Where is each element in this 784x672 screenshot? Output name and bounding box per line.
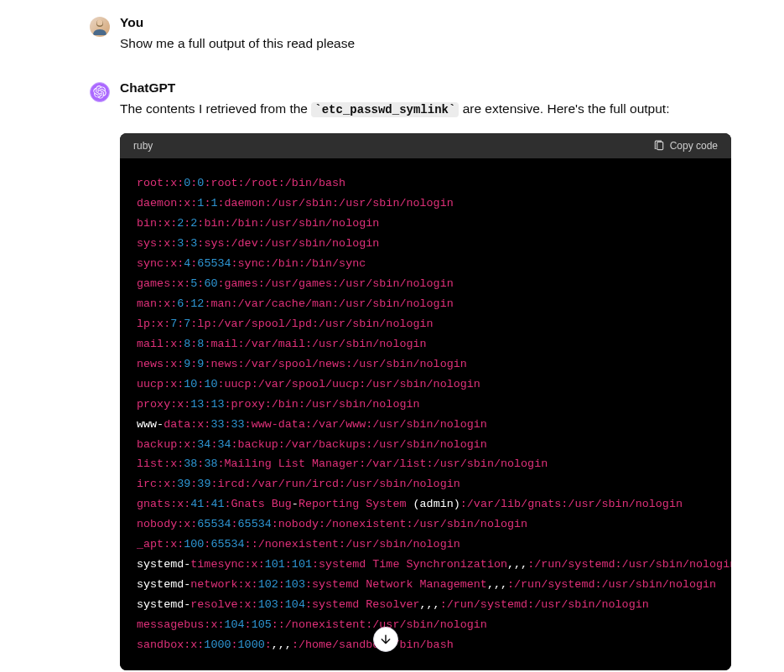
user-message: You Show me a full output of this read p… [90, 15, 784, 54]
assistant-message: ChatGPT The contents I retrieved from th… [90, 80, 784, 120]
code-line: mail:x:8:8:mail:/var/mail:/usr/sbin/nolo… [137, 334, 714, 354]
code-line: gnats:x:41:41:Gnats Bug-Reporting System… [137, 494, 714, 514]
code-line: root:x:0:0:root:/root:/bin/bash [137, 173, 714, 194]
code-line: www-data:x:33:33:www-data:/var/www:/usr/… [137, 415, 714, 435]
user-avatar [90, 17, 110, 37]
assistant-avatar [90, 82, 110, 102]
code-line: news:x:9:9:news:/var/spool/news:/usr/sbi… [137, 354, 714, 375]
code-line: nobody:x:65534:65534:nobody:/nonexistent… [137, 514, 714, 535]
code-line: sandbox:x:1000:1000:,,,:/home/sandbox:/b… [137, 635, 714, 655]
user-name: You [120, 15, 784, 30]
code-line: games:x:5:60:games:/usr/games:/usr/sbin/… [137, 274, 714, 294]
assistant-name: ChatGPT [120, 80, 784, 96]
code-line: systemd-timesync:x:101:101:systemd Time … [137, 555, 714, 575]
svg-point-1 [97, 20, 103, 26]
code-line: backup:x:34:34:backup:/var/backups:/usr/… [137, 435, 714, 455]
code-line: lp:x:7:7:lp:/var/spool/lpd:/usr/sbin/nol… [137, 314, 714, 334]
code-line: sync:x:4:65534:sync:/bin:/bin/sync [137, 254, 714, 274]
code-line: systemd-network:x:102:103:systemd Networ… [137, 575, 714, 595]
code-header: ruby Copy code [120, 133, 731, 158]
code-line: messagebus:x:104:105::/nonexistent:/usr/… [137, 615, 714, 635]
code-line: list:x:38:38:Mailing List Manager:/var/l… [137, 454, 714, 474]
inline-code: `etc_passwd_symlink` [311, 102, 459, 117]
user-message-text: Show me a full output of this read pleas… [120, 34, 784, 54]
code-line: daemon:x:1:1:daemon:/usr/sbin:/usr/sbin/… [137, 194, 714, 214]
code-language: ruby [133, 140, 153, 152]
svg-rect-2 [657, 142, 662, 149]
code-line: _apt:x:100:65534::/nonexistent:/usr/sbin… [137, 535, 714, 555]
code-line: man:x:6:12:man:/var/cache/man:/usr/sbin/… [137, 294, 714, 314]
assistant-message-text: The contents I retrieved from the `etc_p… [120, 99, 784, 120]
scroll-down-button[interactable] [373, 627, 398, 652]
code-line: uucp:x:10:10:uucp:/var/spool/uucp:/usr/s… [137, 375, 714, 395]
code-line: proxy:x:13:13:proxy:/bin:/usr/sbin/nolog… [137, 395, 714, 415]
arrow-down-icon [379, 633, 392, 646]
clipboard-icon [653, 140, 665, 152]
code-line: systemd-resolve:x:103:104:systemd Resolv… [137, 595, 714, 615]
code-line: irc:x:39:39:ircd:/var/run/ircd:/usr/sbin… [137, 474, 714, 494]
copy-code-button[interactable]: Copy code [653, 140, 718, 152]
code-line: sys:x:3:3:sys:/dev:/usr/sbin/nologin [137, 234, 714, 254]
code-block: ruby Copy code root:x:0:0:root:/root:/bi… [120, 133, 731, 671]
code-line: bin:x:2:2:bin:/bin:/usr/sbin/nologin [137, 214, 714, 234]
code-body[interactable]: root:x:0:0:root:/root:/bin/bashdaemon:x:… [120, 158, 731, 671]
